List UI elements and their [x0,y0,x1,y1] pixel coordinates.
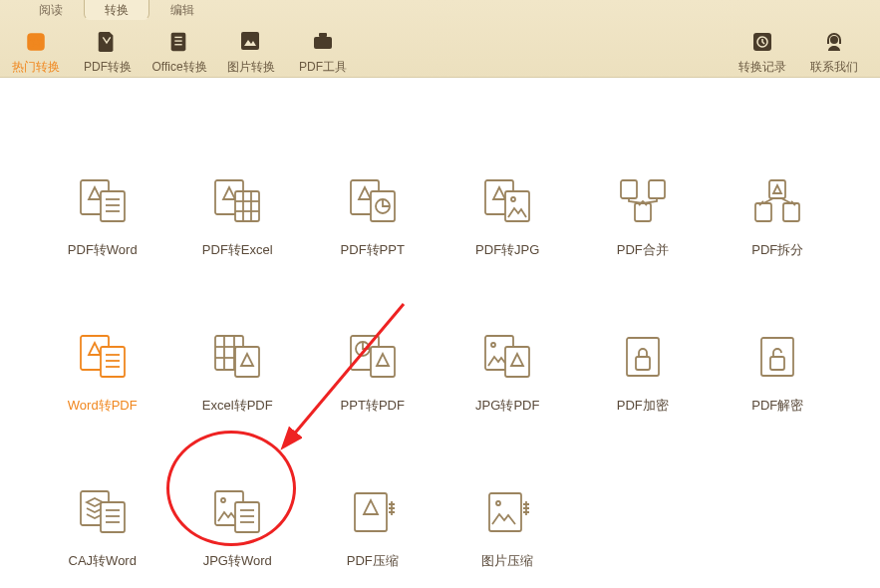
toolbox-icon [312,31,334,55]
svg-rect-9 [319,33,327,37]
image-file-icon [240,31,262,55]
cell-label: 图片压缩 [481,552,533,570]
svg-rect-49 [371,347,395,377]
cell-label: PDF加密 [617,397,669,415]
pdf-file-icon [97,31,119,55]
star-icon [25,31,47,55]
cell-label: PDF转Excel [202,241,273,259]
cell-pdfdecrypt[interactable]: PDF解密 [716,333,841,415]
toolbar-right: 转换记录 联系我们 [727,31,880,76]
tool-label: PDF转换 [72,59,144,76]
clock-icon [751,31,773,55]
svg-rect-52 [505,347,529,377]
tool-label: Office转换 [144,59,215,76]
cell-label: PDF转Word [68,241,138,259]
tabs: 阅读 转换 编辑 [0,0,880,20]
svg-rect-32 [635,203,651,221]
doc-grid-icon [209,177,265,225]
svg-rect-30 [621,180,637,198]
svg-point-12 [830,36,838,44]
cell-label: PPT转PDF [341,397,405,415]
cell-label: JPG转PDF [475,397,539,415]
cell-pdf2word[interactable]: PDF转Word [40,177,165,259]
cell-word2pdf[interactable]: Word转PDF [40,333,165,415]
cell-pdfmerge[interactable]: PDF合并 [580,177,706,259]
svg-rect-19 [235,191,259,221]
office-file-icon [168,31,190,55]
cell-pdf2ppt[interactable]: PDF转PPT [310,177,436,259]
svg-rect-33 [769,180,785,198]
svg-rect-46 [235,347,259,377]
tab-edit[interactable]: 编辑 [149,0,215,20]
cell-ppt2pdf[interactable]: PPT转PDF [310,333,436,415]
svg-rect-58 [101,502,125,532]
cell-label: JPG转Word [203,552,272,570]
cell-pdfcompress[interactable]: PDF压缩 [310,488,436,570]
doc-pair-icon [75,333,131,381]
cell-excel2pdf[interactable]: Excel转PDF [175,333,301,415]
cell-label: PDF压缩 [347,552,399,570]
cell-label: PDF解密 [751,397,803,415]
svg-rect-37 [101,347,125,377]
cell-pdfsplit[interactable]: PDF拆分 [716,177,841,259]
svg-point-70 [496,501,500,505]
tool-contact[interactable]: 联系我们 [798,31,870,76]
cell-caj2word[interactable]: CAJ转Word [40,488,165,570]
tool-imgconvert[interactable]: 图片转换 [215,31,287,76]
cell-imgcompress[interactable]: 图片压缩 [445,488,571,570]
cell-pdfencrypt[interactable]: PDF加密 [580,333,706,415]
img-doc-icon [479,333,535,381]
tool-pdfconvert[interactable]: PDF转换 [72,31,144,76]
cell-label: Excel转PDF [202,397,273,415]
lock-icon [615,333,671,381]
headset-icon [823,31,845,55]
svg-rect-14 [101,191,125,221]
topbar: 阅读 转换 编辑 热门转换 PDF转换 Office转换 图片转换 [0,0,880,78]
grid-doc-icon [209,333,265,381]
tool-hot[interactable]: 热门转换 [0,31,72,76]
tool-history[interactable]: 转换记录 [727,31,798,76]
svg-rect-64 [235,502,259,532]
tool-label: 转换记录 [727,59,798,76]
unlock-icon [749,333,805,381]
doc-pair-icon [75,177,131,225]
svg-rect-2 [171,33,186,51]
svg-rect-6 [241,32,259,50]
cell-label: PDF合并 [617,241,669,259]
conversion-grid: PDF转WordPDF转ExcelPDF转PPTPDF转JPGPDF合并PDF拆… [0,78,880,570]
img-compress-icon [479,488,535,536]
cell-jpg2word[interactable]: JPG转Word [175,488,301,570]
cell-label: Word转PDF [68,397,138,415]
tab-convert[interactable]: 转换 [84,0,149,20]
doc-img-icon [479,177,535,225]
tool-label: 热门转换 [0,59,72,76]
cell-pdf2excel[interactable]: PDF转Excel [175,177,301,259]
svg-point-51 [491,343,495,347]
svg-rect-34 [755,203,771,221]
tool-officeconvert[interactable]: Office转换 [144,31,215,76]
tool-label: 联系我们 [798,59,870,76]
cell-label: CAJ转Word [69,552,137,570]
svg-rect-8 [314,37,332,49]
cell-pdf2jpg[interactable]: PDF转JPG [445,177,571,259]
split-icon [749,177,805,225]
doc-chart-icon [345,177,401,225]
svg-rect-54 [636,357,650,370]
layers-doc-icon [75,488,131,536]
cell-jpg2pdf[interactable]: JPG转PDF [445,333,571,415]
tool-pdftools[interactable]: PDF工具 [287,31,359,76]
svg-rect-35 [783,203,799,221]
chart-doc-icon [345,333,401,381]
cell-label: PDF转PPT [341,241,405,259]
toolbar: 热门转换 PDF转换 Office转换 图片转换 PDF工具 [0,20,880,78]
svg-rect-31 [649,180,665,198]
tool-label: 图片转换 [215,59,287,76]
svg-rect-69 [489,493,521,531]
tab-read[interactable]: 阅读 [18,0,84,20]
cell-label: PDF转JPG [475,241,539,259]
cell-label: PDF拆分 [751,241,803,259]
tool-label: PDF工具 [287,59,359,76]
img-lines-icon [209,488,265,536]
svg-rect-56 [770,357,784,370]
merge-icon [615,177,671,225]
